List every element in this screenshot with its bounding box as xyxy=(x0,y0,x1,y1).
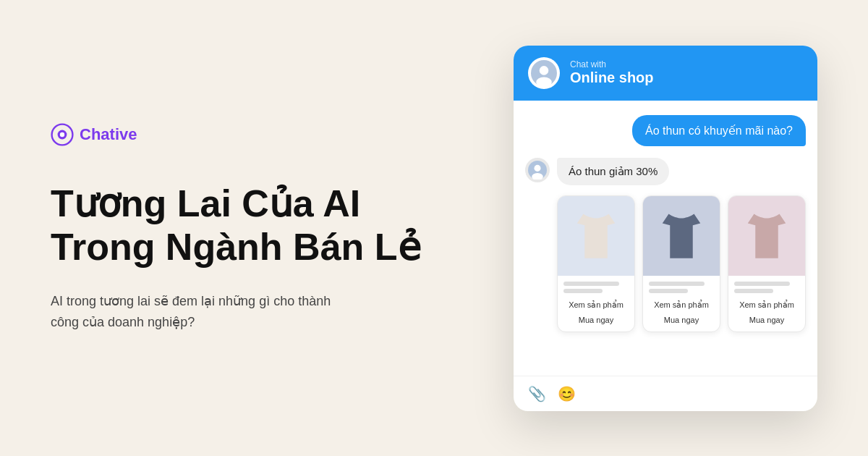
buy-now-btn-1[interactable]: Mua ngay xyxy=(563,314,629,326)
bot-response: Áo thun giảm 30% xyxy=(525,158,806,185)
user-bubble: Áo thun có khuyến mãi nào? xyxy=(632,115,806,146)
product-text-3 xyxy=(728,276,805,293)
buy-now-btn-2[interactable]: Mua ngay xyxy=(649,314,714,326)
svg-point-4 xyxy=(540,66,549,75)
product-image-2 xyxy=(643,196,720,276)
view-product-btn-2[interactable]: Xem sản phẩm xyxy=(649,299,714,311)
user-message: Áo thun có khuyến mãi nào? xyxy=(525,115,806,146)
right-section: Chat with Online shop Áo thun có khuyến … xyxy=(492,24,868,433)
chat-footer: 📎 😊 xyxy=(514,376,817,411)
emoji-icon[interactable]: 😊 xyxy=(558,385,576,402)
bot-avatar xyxy=(525,158,550,182)
chat-header: Chat with Online shop xyxy=(514,46,817,101)
shop-name: Online shop xyxy=(570,69,654,86)
text-line xyxy=(563,289,603,293)
chative-logo-icon xyxy=(51,123,74,146)
sub-text: AI trong tương lai sẽ đem lại những gì c… xyxy=(51,291,340,333)
text-line xyxy=(649,289,688,293)
main-heading: Tương Lai Của AI Trong Ngành Bán Lẻ xyxy=(51,168,441,269)
buy-now-btn-3[interactable]: Mua ngay xyxy=(734,314,799,326)
attachment-icon[interactable]: 📎 xyxy=(528,385,546,402)
product-image-1 xyxy=(558,196,634,276)
text-line xyxy=(734,289,773,293)
product-actions-2: Xem sản phẩm Mua ngay xyxy=(643,293,720,332)
product-card-3: Xem sản phẩm Mua ngay xyxy=(728,195,806,332)
logo-text: Chative xyxy=(80,125,137,144)
product-actions-3: Xem sản phẩm Mua ngay xyxy=(728,293,805,332)
product-text-1 xyxy=(558,276,634,293)
chat-with-label: Chat with xyxy=(570,59,654,69)
text-line xyxy=(649,282,705,286)
view-product-btn-1[interactable]: Xem sản phẩm xyxy=(563,299,629,311)
left-section: Chative Tương Lai Của AI Trong Ngành Bán… xyxy=(0,80,492,376)
text-line xyxy=(563,282,619,286)
chat-widget: Chat with Online shop Áo thun có khuyến … xyxy=(514,46,817,411)
product-card-2: Xem sản phẩm Mua ngay xyxy=(642,195,720,332)
svg-point-2 xyxy=(60,132,64,137)
bot-bubble: Áo thun giảm 30% xyxy=(557,158,669,185)
chat-body: Áo thun có khuyến mãi nào? Áo thun giảm … xyxy=(514,101,817,376)
product-actions-1: Xem sản phẩm Mua ngay xyxy=(558,293,634,332)
product-cards-row: Xem sản phẩm Mua ngay xyxy=(557,195,806,332)
text-line xyxy=(734,282,790,286)
heading-line2: Trong Ngành Bán Lẻ xyxy=(51,226,441,269)
product-card-1: Xem sản phẩm Mua ngay xyxy=(557,195,635,332)
logo: Chative xyxy=(51,123,441,146)
svg-point-7 xyxy=(534,164,540,171)
chat-avatar xyxy=(528,57,560,89)
heading-line1: Tương Lai Của AI xyxy=(51,182,441,226)
product-image-3 xyxy=(728,196,805,276)
chat-header-info: Chat with Online shop xyxy=(570,59,654,86)
view-product-btn-3[interactable]: Xem sản phẩm xyxy=(734,299,799,311)
product-text-2 xyxy=(643,276,720,293)
